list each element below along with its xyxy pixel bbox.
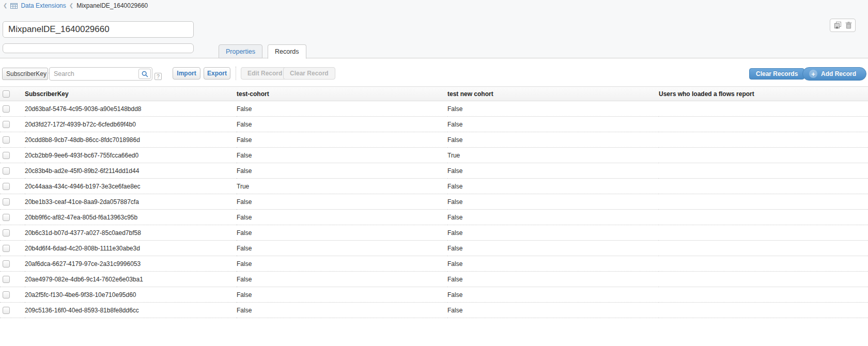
table-row[interactable]: 20cdd8b8-9cb7-48db-86cc-8fdc7018986d Fal… <box>0 132 868 148</box>
cell-test-cohort: False <box>237 194 447 210</box>
cell-test-new-cohort: False <box>447 117 659 132</box>
delete-extension-icon[interactable] <box>845 22 852 29</box>
row-checkbox[interactable] <box>3 307 10 314</box>
table-row[interactable]: 20c44aaa-434c-4946-b197-3e3ce6fae8ec Tru… <box>0 179 868 194</box>
table-row[interactable]: 20a2f5fc-f130-4be6-9f38-10e710e95d60 Fal… <box>0 287 868 303</box>
tab-records-label: Records <box>275 48 299 55</box>
cell-subscriberkey: 20c44aaa-434c-4946-b197-3e3ce6fae8ec <box>25 179 237 194</box>
cell-test-cohort: True <box>237 179 447 194</box>
search-field-dropdown[interactable]: SubscriberKey <box>2 68 48 80</box>
row-checkbox[interactable] <box>3 245 10 252</box>
cell-test-cohort: False <box>237 210 447 225</box>
cell-subscriberkey: 20d3fd27-172f-4939-b72c-6cfedb69f4b0 <box>25 117 237 132</box>
column-header-subscriberkey: SubscriberKey <box>25 87 237 101</box>
search-button[interactable] <box>138 69 151 79</box>
cell-users-flows-report <box>659 117 868 132</box>
row-checkbox[interactable] <box>3 214 10 221</box>
edit-record-button[interactable]: Edit Record <box>241 67 289 80</box>
help-icon[interactable]: ? <box>154 73 162 80</box>
breadcrumb: ❮ Data Extensions ❮ MixpanelDE_164002966… <box>3 2 148 10</box>
cell-test-cohort: False <box>237 101 447 117</box>
select-all-checkbox[interactable] <box>3 90 10 98</box>
cell-users-flows-report <box>659 179 868 194</box>
table-row[interactable]: 20be1b33-ceaf-41ce-8aa9-2da057887cfa Fal… <box>0 194 868 210</box>
cell-subscriberkey: 20cb2bb9-9ee6-493f-bc67-755fcca66ed0 <box>25 148 237 163</box>
cell-test-cohort: False <box>237 117 447 132</box>
records-tbody: 20d63baf-5476-4c95-9036-a90e5148bdd8 Fal… <box>0 101 868 318</box>
cell-test-cohort: False <box>237 163 447 179</box>
cell-test-new-cohort: False <box>447 210 659 225</box>
row-checkbox[interactable] <box>3 167 10 175</box>
cell-test-cohort: False <box>237 256 447 272</box>
cell-test-new-cohort: True <box>447 148 659 163</box>
tab-bar: Properties Records <box>219 44 306 59</box>
row-checkbox[interactable] <box>3 276 10 283</box>
row-checkbox[interactable] <box>3 260 10 268</box>
search-input[interactable] <box>49 67 152 81</box>
table-row[interactable]: 20d3fd27-172f-4939-b72c-6cfedb69f4b0 Fal… <box>0 117 868 132</box>
cell-subscriberkey: 20b6c31d-b07d-4377-a027-85c0aed7bf58 <box>25 225 237 241</box>
extension-actions-group <box>830 19 856 32</box>
table-row[interactable]: 209c5136-16f0-40ed-8593-81b8fe8dd6cc Fal… <box>0 303 868 318</box>
cell-test-new-cohort: False <box>447 303 659 318</box>
row-checkbox[interactable] <box>3 152 10 159</box>
extension-name-input[interactable] <box>3 21 194 38</box>
cell-test-new-cohort: False <box>447 194 659 210</box>
table-row[interactable]: 20ae4979-082e-4db6-9c14-7602e6e03ba1 Fal… <box>0 272 868 287</box>
row-checkbox[interactable] <box>3 183 10 190</box>
records-toolbar: SubscriberKey ? Import Export Edit Recor… <box>0 66 868 82</box>
tab-properties-label: Properties <box>226 48 255 55</box>
extension-description-input[interactable] <box>3 43 194 53</box>
table-row[interactable]: 20cb2bb9-9ee6-493f-bc67-755fcca66ed0 Fal… <box>0 148 868 163</box>
table-row[interactable]: 20bb9f6c-af82-47ea-805d-f6a13963c95b Fal… <box>0 210 868 225</box>
cell-users-flows-report <box>659 303 868 318</box>
cell-test-new-cohort: False <box>447 241 659 256</box>
search-icon <box>142 71 148 77</box>
tab-bottom-border <box>0 58 868 58</box>
cell-subscriberkey: 20af6dca-6627-4179-97ce-2a31c9996053 <box>25 256 237 272</box>
copy-extension-icon[interactable] <box>834 22 842 29</box>
search-box <box>49 67 152 81</box>
table-row[interactable]: 20b4d6f4-6dad-4c20-808b-1111e30abe3d Fal… <box>0 241 868 256</box>
cell-test-cohort: False <box>237 225 447 241</box>
breadcrumb-data-extensions-link[interactable]: Data Extensions <box>21 2 66 9</box>
back-chevron-icon[interactable]: ❮ <box>3 3 7 8</box>
import-button[interactable]: Import <box>173 67 200 80</box>
table-row[interactable]: 20c83b4b-ad2e-45f0-89b2-6f2114dd1d44 Fal… <box>0 163 868 179</box>
cell-users-flows-report <box>659 287 868 303</box>
cell-test-new-cohort: False <box>447 163 659 179</box>
row-checkbox[interactable] <box>3 198 10 206</box>
table-row[interactable]: 20d63baf-5476-4c95-9036-a90e5148bdd8 Fal… <box>0 101 868 117</box>
cell-subscriberkey: 20a2f5fc-f130-4be6-9f38-10e710e95d60 <box>25 287 237 303</box>
cell-users-flows-report <box>659 132 868 148</box>
cell-test-cohort: False <box>237 272 447 287</box>
add-record-button[interactable]: + Add Record <box>802 67 866 81</box>
tab-properties[interactable]: Properties <box>219 44 262 58</box>
records-table: SubscriberKey test-cohort test new cohor… <box>0 86 868 318</box>
cell-subscriberkey: 20ae4979-082e-4db6-9c14-7602e6e03ba1 <box>25 272 237 287</box>
column-header-users-flows-report: Users who loaded a flows report <box>659 87 868 101</box>
cell-subscriberkey: 20cdd8b8-9cb7-48db-86cc-8fdc7018986d <box>25 132 237 148</box>
clear-record-button[interactable]: Clear Record <box>283 67 335 80</box>
row-checkbox[interactable] <box>3 121 10 128</box>
export-button[interactable]: Export <box>204 67 230 80</box>
data-extension-grid-icon <box>10 3 18 9</box>
plus-icon: + <box>809 70 817 78</box>
clear-records-button[interactable]: Clear Records <box>749 68 804 80</box>
tab-records[interactable]: Records <box>268 44 306 59</box>
cell-users-flows-report <box>659 225 868 241</box>
cell-users-flows-report <box>659 101 868 117</box>
table-row[interactable]: 20b6c31d-b07d-4377-a027-85c0aed7bf58 Fal… <box>0 225 868 241</box>
add-record-label: Add Record <box>821 70 856 77</box>
cell-test-new-cohort: False <box>447 179 659 194</box>
breadcrumb-current-item: MixpanelDE_1640029660 <box>76 2 148 9</box>
row-checkbox[interactable] <box>3 105 10 113</box>
cell-subscriberkey: 209c5136-16f0-40ed-8593-81b8fe8dd6cc <box>25 303 237 318</box>
row-checkbox[interactable] <box>3 136 10 144</box>
table-row[interactable]: 20af6dca-6627-4179-97ce-2a31c9996053 Fal… <box>0 256 868 272</box>
row-checkbox[interactable] <box>3 291 10 298</box>
cell-users-flows-report <box>659 148 868 163</box>
row-checkbox[interactable] <box>3 229 10 237</box>
cell-test-new-cohort: False <box>447 256 659 272</box>
cell-users-flows-report <box>659 272 868 287</box>
